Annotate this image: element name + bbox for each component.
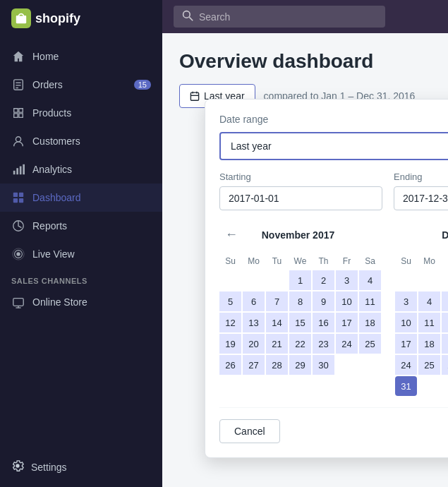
nov-day-27[interactable]: 27 [243,355,265,375]
december-header: December 2017 → [395,224,448,245]
nov-day-30[interactable]: 30 [313,355,334,375]
sidebar-item-home[interactable]: Home [0,42,162,71]
analytics-icon [11,162,25,176]
orders-badge: 15 [134,80,151,90]
nov-day-23[interactable]: 23 [313,334,334,354]
nov-day-8[interactable]: 8 [289,291,311,311]
settings-item[interactable]: Settings [11,454,151,480]
sidebar-item-customers[interactable]: Customers [0,127,162,155]
nov-day-2[interactable]: 2 [313,270,334,290]
sidebar-item-online[interactable]: Online Store [0,288,162,316]
svg-rect-9 [13,193,18,197]
home-icon [11,49,25,64]
dec-day-3[interactable]: 3 [395,291,417,311]
dec-day-10[interactable]: 10 [395,313,417,332]
svg-rect-6 [16,168,18,174]
starting-input[interactable] [219,186,382,210]
nov-day-18[interactable]: 18 [359,313,381,332]
nov-day-10[interactable]: 10 [336,291,358,311]
nov-empty-1 [219,270,241,290]
nov-day-6[interactable]: 6 [243,291,265,311]
svg-rect-8 [23,164,25,174]
december-calendar: December 2017 → Su Mo Tu We Th Fr Sa [395,224,448,396]
dec-day-19[interactable]: 19 [442,334,448,354]
nov-end-empty [336,355,358,375]
nov-day-15[interactable]: 15 [289,313,311,332]
starting-label: Starting [219,172,382,182]
nov-day-12[interactable]: 12 [219,313,241,332]
ending-group: Ending [394,172,448,210]
dashboard-icon [11,191,25,205]
dec-day-26[interactable]: 26 [442,355,448,375]
prev-month-button[interactable]: ← [219,224,243,245]
reports-icon [11,219,25,233]
nov-day-25[interactable]: 25 [359,334,381,354]
december-grid: Su Mo Tu We Th Fr Sa 1 2 [395,253,448,396]
nov-day-9[interactable]: 9 [313,291,334,311]
date-inputs-row: Starting Ending [219,172,448,210]
svg-rect-7 [20,167,22,175]
nov-day-14[interactable]: 14 [266,313,288,332]
nov-day-5[interactable]: 5 [219,291,241,311]
dec-day-24[interactable]: 24 [395,355,417,375]
nov-day-26[interactable]: 26 [219,355,241,375]
shopify-logo: shopify [11,8,80,28]
nov-day-29[interactable]: 29 [289,355,311,375]
live-icon [11,247,25,261]
november-title: November 2017 [262,229,335,241]
search-box[interactable] [174,6,385,28]
ending-label: Ending [394,172,448,182]
nov-day-19[interactable]: 19 [219,334,241,354]
sidebar-header: shopify [0,0,162,37]
sidebar-item-dashboard[interactable]: Dashboard [0,184,162,212]
dec-day-11[interactable]: 11 [418,313,440,332]
november-calendar: ← November 2017 Su Mo Tu We Th Fr Sa [219,224,381,396]
nov-day-7[interactable]: 7 [266,291,288,311]
search-icon [182,10,193,23]
sidebar-item-analytics-label: Analytics [32,164,72,175]
nov-header-mo: Mo [243,253,265,269]
dec-day-17[interactable]: 17 [395,334,417,354]
date-range-label: Date range [219,114,448,125]
ending-input[interactable] [394,186,448,210]
sidebar-item-orders-label: Orders [32,79,63,90]
nov-day-21[interactable]: 21 [266,334,288,354]
sidebar-footer: Settings [0,447,162,487]
svg-rect-17 [13,299,23,306]
nov-day-13[interactable]: 13 [243,313,265,332]
sidebar-item-reports[interactable]: Reports [0,212,162,240]
nov-day-22[interactable]: 22 [289,334,311,354]
dec-empty-1 [395,270,417,290]
dec-day-18[interactable]: 18 [418,334,440,354]
december-title: December 2017 [442,229,448,241]
nov-day-11[interactable]: 11 [359,291,381,311]
sidebar-item-analytics[interactable]: Analytics [0,155,162,184]
nov-day-28[interactable]: 28 [266,355,288,375]
dec-day-25[interactable]: 25 [418,355,440,375]
sidebar-item-orders[interactable]: Orders 15 [0,71,162,99]
settings-label: Settings [31,462,67,473]
cancel-button[interactable]: Cancel [219,419,280,443]
nov-day-4[interactable]: 4 [359,270,381,290]
svg-rect-12 [19,198,23,203]
nov-day-17[interactable]: 17 [336,313,358,332]
modal-footer: Cancel Apply [219,407,448,443]
november-grid: Su Mo Tu We Th Fr Sa 1 2 3 4 [219,253,381,375]
date-range-select[interactable]: Last year Today Yesterday Last 7 days La… [219,132,448,160]
dec-day-31[interactable]: 31 [395,376,417,396]
dec-header-tu: Tu [442,253,448,269]
svg-rect-10 [19,193,23,197]
sidebar-item-products[interactable]: Products [0,99,162,127]
sidebar-item-live[interactable]: Live View [0,240,162,268]
date-picker-modal: Date range Last year Today Yesterday Las… [205,99,448,458]
nov-day-16[interactable]: 16 [313,313,334,332]
nov-day-24[interactable]: 24 [336,334,358,354]
dec-day-12[interactable]: 12 [442,313,448,332]
nov-day-20[interactable]: 20 [243,334,265,354]
dec-day-5[interactable]: 5 [442,291,448,311]
nov-day-1[interactable]: 1 [289,270,311,290]
dec-day-4[interactable]: 4 [418,291,440,311]
search-input[interactable] [199,11,377,23]
nov-day-3[interactable]: 3 [336,270,358,290]
sidebar-item-home-label: Home [32,51,59,62]
